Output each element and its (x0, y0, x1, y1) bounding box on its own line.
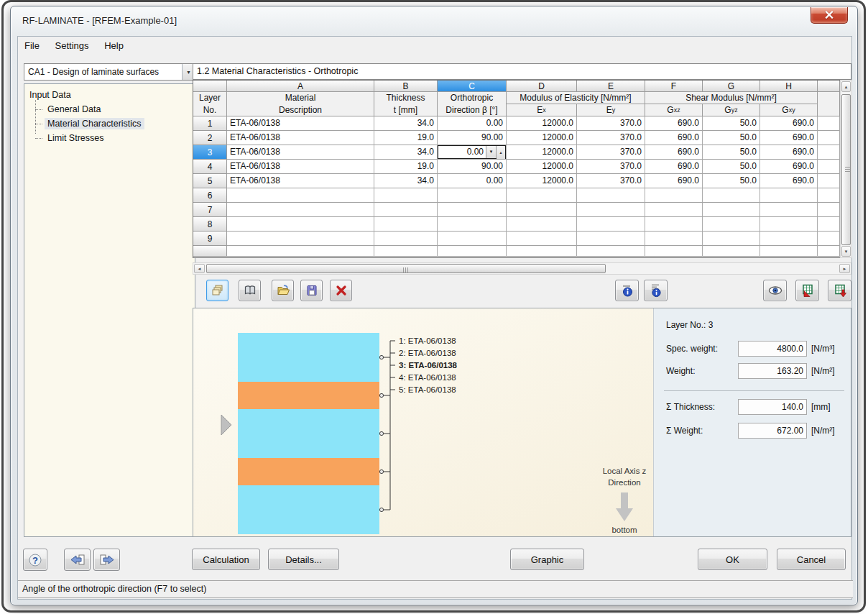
table-cell[interactable] (645, 217, 703, 232)
table-cell[interactable] (645, 203, 703, 217)
table-cell[interactable]: 12000.0 (507, 160, 577, 174)
material-library-button[interactable] (239, 280, 261, 301)
row-header[interactable]: 8 (193, 217, 227, 232)
table-cell[interactable] (703, 188, 760, 203)
table-cell[interactable] (703, 203, 760, 217)
menu-settings[interactable]: Settings (49, 37, 96, 54)
export-to-excel-button[interactable] (828, 280, 851, 301)
column-header-E[interactable]: E (577, 81, 645, 92)
table-cell[interactable]: 370.0 (577, 174, 645, 188)
close-button[interactable] (811, 7, 848, 24)
column-header-C[interactable]: C (438, 81, 507, 92)
table-cell[interactable]: 34.0 (374, 145, 438, 160)
view-mode-button[interactable] (763, 280, 787, 301)
tree-root-input-data[interactable]: Input Data (27, 88, 193, 102)
calculation-button[interactable]: Calculation (192, 549, 260, 570)
next-table-button[interactable] (93, 549, 120, 571)
scroll-up-icon[interactable]: ▲ (841, 81, 851, 92)
scroll-right-icon[interactable]: ► (839, 264, 850, 273)
table-cell[interactable]: 12000.0 (507, 174, 577, 188)
table-cell[interactable] (438, 188, 507, 203)
scroll-left-icon[interactable]: ◄ (194, 264, 205, 273)
table-cell[interactable]: 690.0 (760, 160, 818, 174)
table-cell[interactable]: ETA-06/0138 (227, 160, 374, 174)
table-cell[interactable] (577, 203, 645, 217)
row-header[interactable]: 9 (193, 232, 227, 246)
column-header-B[interactable]: B (374, 81, 438, 92)
copy-layer-scheme-button[interactable] (206, 280, 228, 301)
info-material-button[interactable] (615, 280, 639, 301)
table-cell[interactable]: 370.0 (577, 160, 645, 174)
table-cell[interactable] (645, 232, 703, 246)
table-cell[interactable] (577, 217, 645, 232)
table-cell[interactable] (507, 188, 577, 203)
table-cell[interactable]: 90.00 (438, 131, 507, 145)
table-cell[interactable]: ETA-06/0138 (227, 131, 374, 145)
delete-all-rows-button[interactable] (330, 280, 352, 301)
beta-cell-editor[interactable]: 0.00▼▲▼ (438, 145, 506, 159)
table-cell[interactable]: 12000.0 (507, 131, 577, 145)
table-cell[interactable]: 19.0 (374, 160, 438, 174)
table-cell[interactable] (760, 232, 818, 246)
column-header-G[interactable]: G (703, 81, 760, 92)
table-cell[interactable]: 690.0 (645, 145, 703, 160)
table-cell[interactable]: 50.0 (703, 174, 760, 188)
table-cell[interactable]: 690.0 (645, 131, 703, 145)
table-cell[interactable]: 690.0 (645, 174, 703, 188)
graphic-button[interactable]: Graphic (510, 549, 584, 570)
column-header-D[interactable]: D (507, 81, 577, 92)
table-cell[interactable]: 12000.0 (507, 116, 577, 131)
table-cell[interactable] (227, 232, 374, 246)
table-cell[interactable]: 690.0 (760, 116, 818, 131)
table-cell[interactable]: 50.0 (703, 145, 760, 160)
info-all-materials-button[interactable] (644, 280, 668, 301)
save-button[interactable] (300, 280, 323, 301)
table-cell[interactable]: 12000.0 (507, 145, 577, 160)
table-cell[interactable] (438, 232, 507, 246)
table-cell[interactable] (374, 188, 438, 203)
row-header[interactable]: 6 (193, 188, 227, 203)
table-cell[interactable]: 690.0 (645, 160, 703, 174)
row-header[interactable]: 4 (193, 160, 227, 174)
table-cell[interactable] (645, 188, 703, 203)
tree-item-limit-stresses[interactable]: Limit Stresses (35, 131, 193, 145)
table-vertical-scrollbar[interactable]: ▲ ▼ (840, 80, 852, 258)
table-cell[interactable]: 34.0 (374, 116, 438, 131)
table-cell[interactable] (760, 217, 818, 232)
column-header-H[interactable]: H (760, 81, 818, 92)
table-cell[interactable] (374, 203, 438, 217)
table-cell[interactable] (760, 188, 818, 203)
row-header[interactable]: 5 (193, 174, 227, 188)
beta-spinner[interactable]: ▲▼ (496, 146, 505, 158)
row-header[interactable]: 2 (193, 131, 227, 145)
table-cell[interactable] (227, 203, 374, 217)
row-header[interactable]: 1 (193, 116, 227, 131)
row-header[interactable]: 3 (193, 145, 227, 160)
beta-edit-value[interactable]: 0.00 (438, 146, 486, 158)
table-cell[interactable]: 370.0 (577, 116, 645, 131)
table-cell[interactable]: 690.0 (760, 174, 818, 188)
design-case-selector[interactable]: CA1 - Design of laminate surfaces ▼ (24, 63, 195, 81)
table-cell[interactable]: 690.0 (645, 116, 703, 131)
vertical-scroll-thumb[interactable] (841, 94, 851, 245)
table-horizontal-scrollbar[interactable]: ◄ ► (193, 262, 851, 275)
open-button[interactable] (272, 280, 294, 301)
scroll-down-icon[interactable]: ▼ (841, 246, 851, 257)
table-cell[interactable]: ETA-06/0138 (227, 174, 374, 188)
column-header-A[interactable]: A (227, 81, 374, 92)
column-header-F[interactable]: F (645, 81, 703, 92)
table-cell[interactable] (374, 217, 438, 232)
table-cell[interactable]: 19.0 (374, 131, 438, 145)
previous-table-button[interactable] (64, 549, 91, 571)
table-cell[interactable]: ETA-06/0138 (227, 145, 374, 160)
cancel-button[interactable]: Cancel (777, 549, 846, 570)
table-cell[interactable] (507, 203, 577, 217)
tree-item-general-data[interactable]: General Data (35, 102, 193, 116)
menu-file[interactable]: File (18, 37, 46, 54)
help-button[interactable]: ? (23, 549, 47, 571)
horizontal-scroll-thumb[interactable] (206, 264, 606, 273)
table-cell[interactable]: 50.0 (703, 160, 760, 174)
table-cell[interactable]: 370.0 (577, 131, 645, 145)
table-cell[interactable]: 0.00 (438, 116, 507, 131)
table-cell[interactable]: 50.0 (703, 131, 760, 145)
